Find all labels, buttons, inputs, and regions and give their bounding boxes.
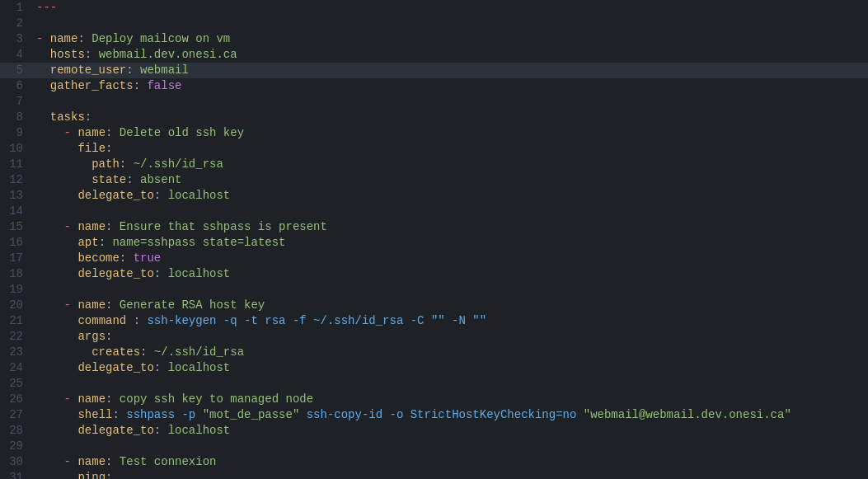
line-24: 24 delegate_to: localhost — [0, 360, 868, 376]
line-4: 4 hosts: webmail.dev.onesi.ca — [0, 47, 868, 63]
line-6: 6 gather_facts: false — [0, 78, 868, 94]
line-content-22: args: — [33, 329, 868, 345]
line-30: 30 - name: Test connexion — [0, 454, 868, 470]
line-1: 1 --- — [0, 0, 868, 16]
line-content-18: delegate_to: localhost — [33, 266, 868, 282]
line-number-7: 7 — [0, 94, 33, 110]
line-number-27: 27 — [0, 407, 33, 423]
line-10: 10 file: — [0, 141, 868, 157]
line-number-23: 23 — [0, 345, 33, 360]
line-content-21: command : ssh-keygen -q -t rsa -f ~/.ssh… — [33, 313, 868, 329]
line-8: 8 tasks: — [0, 110, 868, 125]
line-number-28: 28 — [0, 423, 33, 439]
line-26: 26 - name: copy ssh key to managed node — [0, 392, 868, 407]
line-21: 21 command : ssh-keygen -q -t rsa -f ~/.… — [0, 313, 868, 329]
line-number-6: 6 — [0, 78, 33, 94]
line-number-30: 30 — [0, 454, 33, 470]
line-number-8: 8 — [0, 110, 33, 125]
line-25: 25 — [0, 376, 868, 392]
line-22: 22 args: — [0, 329, 868, 345]
line-content-15: - name: Ensure that sshpass is present — [33, 219, 868, 235]
line-content-31: ping: — [33, 470, 868, 479]
line-7: 7 — [0, 94, 868, 110]
line-content-28: delegate_to: localhost — [33, 423, 868, 439]
line-20: 20 - name: Generate RSA host key — [0, 298, 868, 313]
line-16: 16 apt: name=sshpass state=latest — [0, 235, 868, 251]
line-number-12: 12 — [0, 172, 33, 188]
line-content-20: - name: Generate RSA host key — [33, 298, 868, 313]
line-number-31: 31 — [0, 470, 33, 479]
line-number-25: 25 — [0, 376, 33, 392]
line-number-17: 17 — [0, 251, 33, 266]
line-number-14: 14 — [0, 204, 33, 219]
line-content-6: gather_facts: false — [33, 78, 868, 94]
line-number-22: 22 — [0, 329, 33, 345]
line-number-19: 19 — [0, 282, 33, 298]
line-19: 19 — [0, 282, 868, 298]
line-number-4: 4 — [0, 47, 33, 63]
line-content-1: --- — [33, 0, 868, 16]
line-number-15: 15 — [0, 219, 33, 235]
line-number-18: 18 — [0, 266, 33, 282]
line-number-3: 3 — [0, 31, 33, 47]
line-13: 13 delegate_to: localhost — [0, 188, 868, 204]
line-29: 29 — [0, 439, 868, 454]
line-content-12: state: absent — [33, 172, 868, 188]
line-number-13: 13 — [0, 188, 33, 204]
line-content-5: remote_user: webmail — [33, 63, 868, 78]
line-number-1: 1 — [0, 0, 33, 16]
line-9: 9 - name: Delete old ssh key — [0, 125, 868, 141]
line-content-13: delegate_to: localhost — [33, 188, 868, 204]
line-content-16: apt: name=sshpass state=latest — [33, 235, 868, 251]
line-content-17: become: true — [33, 251, 868, 266]
line-11: 11 path: ~/.ssh/id_rsa — [0, 157, 868, 172]
line-content-3: - name: Deploy mailcow on vm — [33, 31, 868, 47]
line-number-21: 21 — [0, 313, 33, 329]
line-18: 18 delegate_to: localhost — [0, 266, 868, 282]
line-17: 17 become: true — [0, 251, 868, 266]
line-content-10: file: — [33, 141, 868, 157]
line-content-9: - name: Delete old ssh key — [33, 125, 868, 141]
line-23: 23 creates: ~/.ssh/id_rsa — [0, 345, 868, 360]
line-number-9: 9 — [0, 125, 33, 141]
line-number-16: 16 — [0, 235, 33, 251]
line-content-4: hosts: webmail.dev.onesi.ca — [33, 47, 868, 63]
line-content-23: creates: ~/.ssh/id_rsa — [33, 345, 868, 360]
line-number-5: 5 — [0, 63, 33, 78]
line-content-11: path: ~/.ssh/id_rsa — [33, 157, 868, 172]
line-number-26: 26 — [0, 392, 33, 407]
line-12: 12 state: absent — [0, 172, 868, 188]
line-number-20: 20 — [0, 298, 33, 313]
line-2: 2 — [0, 16, 868, 31]
line-number-11: 11 — [0, 157, 33, 172]
line-27: 27 shell: sshpass -p "mot_de_passe" ssh-… — [0, 407, 868, 423]
line-number-2: 2 — [0, 16, 33, 31]
line-number-29: 29 — [0, 439, 33, 454]
line-number-24: 24 — [0, 360, 33, 376]
line-content-27: shell: sshpass -p "mot_de_passe" ssh-cop… — [33, 407, 868, 423]
line-content-30: - name: Test connexion — [33, 454, 868, 470]
line-28: 28 delegate_to: localhost — [0, 423, 868, 439]
line-number-10: 10 — [0, 141, 33, 157]
line-content-24: delegate_to: localhost — [33, 360, 868, 376]
line-3: 3 - name: Deploy mailcow on vm — [0, 31, 868, 47]
line-content-8: tasks: — [33, 110, 868, 125]
line-content-26: - name: copy ssh key to managed node — [33, 392, 868, 407]
code-editor: 1 --- 2 3 - name: Deploy mailcow on vm 4… — [0, 0, 868, 479]
line-14: 14 — [0, 204, 868, 219]
line-15: 15 - name: Ensure that sshpass is presen… — [0, 219, 868, 235]
line-31: 31 ping: — [0, 470, 868, 479]
line-5: 5 remote_user: webmail — [0, 63, 868, 78]
